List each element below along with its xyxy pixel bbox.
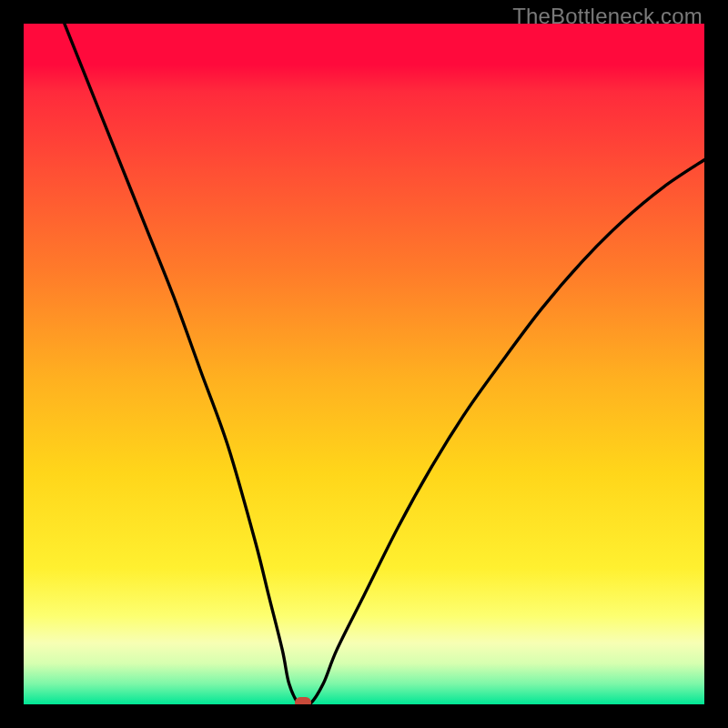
chart-frame: TheBottleneck.com: [0, 0, 728, 728]
plot-area: [24, 24, 704, 704]
bottleneck-curve: [24, 24, 704, 704]
optimum-marker: [295, 697, 311, 704]
